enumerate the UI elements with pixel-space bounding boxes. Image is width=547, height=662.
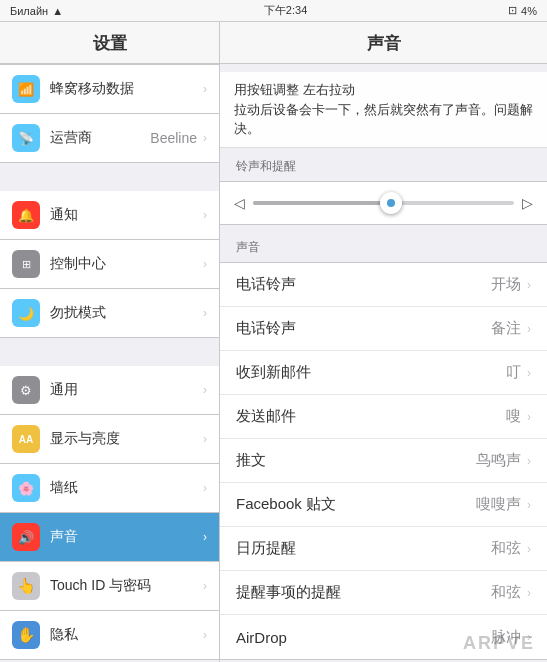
sidebar-item-general[interactable]: ⚙ 通用 › (0, 366, 219, 415)
volume-high-icon: ▷ (522, 195, 533, 211)
sound-row-2[interactable]: 收到新邮件 叮 › (220, 351, 547, 395)
battery-label: 4% (521, 5, 537, 17)
sidebar-item-cellular[interactable]: 📶 蜂窝移动数据 › (0, 64, 219, 114)
display-label: 显示与亮度 (50, 430, 203, 448)
sounds-section-title: 声音 (220, 225, 547, 262)
watermark: ARPVE (463, 633, 535, 654)
sound-label-8: AirDrop (236, 629, 491, 646)
volume-section: ◁ ▷ (220, 181, 547, 225)
sidebar-gap-2 (0, 338, 219, 366)
battery-icon: ⊡ (508, 4, 517, 17)
sound-chevron-5: › (527, 498, 531, 512)
sound-label-0: 电话铃声 (236, 275, 491, 294)
sound-label-3: 发送邮件 (236, 407, 506, 426)
volume-slider[interactable] (253, 192, 514, 214)
sidebar-item-carrier[interactable]: 📡 运营商 Beeline › (0, 114, 219, 163)
sounds-chevron: › (203, 530, 207, 544)
sound-row-6[interactable]: 日历提醒 和弦 › (220, 527, 547, 571)
volume-track (253, 201, 514, 205)
display-chevron: › (203, 432, 207, 446)
dnd-chevron: › (203, 306, 207, 320)
sound-label-2: 收到新邮件 (236, 363, 506, 382)
volume-thumb-inner (387, 199, 395, 207)
sidebar-item-display[interactable]: AA 显示与亮度 › (0, 415, 219, 464)
touchid-label: Touch ID 与密码 (50, 577, 203, 595)
notifications-icon: 🔔 (12, 201, 40, 229)
carrier-value: Beeline (150, 130, 197, 146)
cellular-chevron: › (203, 82, 207, 96)
sound-label-7: 提醒事项的提醒 (236, 583, 491, 602)
general-label: 通用 (50, 381, 203, 399)
sidebar-gap-1 (0, 163, 219, 191)
sidebar-item-sounds[interactable]: 🔊 声音 › (0, 513, 219, 562)
sound-chevron-6: › (527, 542, 531, 556)
sidebar-item-controlcenter[interactable]: ⊞ 控制中心 › (0, 240, 219, 289)
notifications-label: 通知 (50, 206, 203, 224)
right-panel-title: 声音 (220, 22, 547, 64)
carrier-chevron: › (203, 131, 207, 145)
controlcenter-icon: ⊞ (12, 250, 40, 278)
sidebar-item-notifications[interactable]: 🔔 通知 › (0, 191, 219, 240)
carrier-label: Билайн (10, 5, 48, 17)
sound-chevron-1: › (527, 322, 531, 336)
volume-thumb[interactable] (380, 192, 402, 214)
touchid-chevron: › (203, 579, 207, 593)
cellular-icon: 📶 (12, 75, 40, 103)
sounds-label: 声音 (50, 528, 203, 546)
volume-low-icon: ◁ (234, 195, 245, 211)
sidebar-item-wallpaper[interactable]: 🌸 墙纸 › (0, 464, 219, 513)
wallpaper-chevron: › (203, 481, 207, 495)
status-right: ⊡ 4% (508, 4, 537, 17)
annotation-overlay: 用按钮调整 左右拉动 拉动后设备会卡一下，然后就突然有了声音。问题解决。 (220, 72, 547, 148)
sound-value-1: 备注 (491, 319, 521, 338)
volume-row: ◁ ▷ (234, 192, 533, 214)
sound-value-3: 嗖 (506, 407, 521, 426)
display-icon: AA (12, 425, 40, 453)
general-icon: ⚙ (12, 376, 40, 404)
main-layout: 设置 📶 蜂窝移动数据 › 📡 运营商 Beeline › 🔔 通知 › (0, 22, 547, 662)
sidebar-item-privacy[interactable]: ✋ 隐私 › (0, 611, 219, 660)
sounds-list: 电话铃声 开场 › 电话铃声 备注 › 收到新邮件 叮 › 发送邮件 嗖 › 推… (220, 262, 547, 660)
controlcenter-label: 控制中心 (50, 255, 203, 273)
right-panel: 声音 用按钮调整 左右拉动 拉动后设备会卡一下，然后就突然有了声音。问题解决。 … (220, 22, 547, 662)
sound-label-5: Facebook 贴文 (236, 495, 476, 514)
general-chevron: › (203, 383, 207, 397)
controlcenter-chevron: › (203, 257, 207, 271)
cellular-label: 蜂窝移动数据 (50, 80, 203, 98)
status-time: 下午2:34 (264, 3, 307, 18)
ringer-section-title: 铃声和提醒 (220, 144, 547, 181)
sound-value-6: 和弦 (491, 539, 521, 558)
sidebar-section-top: 📶 蜂窝移动数据 › 📡 运营商 Beeline › 🔔 通知 › ⊞ 控制中心… (0, 64, 219, 662)
sound-row-3[interactable]: 发送邮件 嗖 › (220, 395, 547, 439)
sound-row-4[interactable]: 推文 鸟鸣声 › (220, 439, 547, 483)
sidebar: 设置 📶 蜂窝移动数据 › 📡 运营商 Beeline › 🔔 通知 › (0, 22, 220, 662)
sidebar-item-dnd[interactable]: 🌙 勿扰模式 › (0, 289, 219, 338)
notifications-chevron: › (203, 208, 207, 222)
dnd-icon: 🌙 (12, 299, 40, 327)
touchid-icon: 👆 (12, 572, 40, 600)
privacy-icon: ✋ (12, 621, 40, 649)
sound-label-6: 日历提醒 (236, 539, 491, 558)
sound-row-7[interactable]: 提醒事项的提醒 和弦 › (220, 571, 547, 615)
sidebar-item-touchid[interactable]: 👆 Touch ID 与密码 › (0, 562, 219, 611)
sound-value-5: 嗖嗖声 (476, 495, 521, 514)
wifi-icon: ▲ (52, 5, 63, 17)
carrier-icon: 📡 (12, 124, 40, 152)
sound-value-0: 开场 (491, 275, 521, 294)
sound-row-0[interactable]: 电话铃声 开场 › (220, 263, 547, 307)
status-left: Билайн ▲ (10, 5, 63, 17)
annotation-text: 用按钮调整 左右拉动 拉动后设备会卡一下，然后就突然有了声音。问题解决。 (234, 82, 533, 136)
wallpaper-label: 墙纸 (50, 479, 203, 497)
privacy-label: 隐私 (50, 626, 203, 644)
sound-value-7: 和弦 (491, 583, 521, 602)
sound-chevron-3: › (527, 410, 531, 424)
sound-row-5[interactable]: Facebook 贴文 嗖嗖声 › (220, 483, 547, 527)
sound-label-4: 推文 (236, 451, 476, 470)
privacy-chevron: › (203, 628, 207, 642)
wallpaper-icon: 🌸 (12, 474, 40, 502)
sidebar-title: 设置 (0, 22, 219, 64)
sound-row-1[interactable]: 电话铃声 备注 › (220, 307, 547, 351)
sound-chevron-7: › (527, 586, 531, 600)
sound-label-1: 电话铃声 (236, 319, 491, 338)
dnd-label: 勿扰模式 (50, 304, 203, 322)
